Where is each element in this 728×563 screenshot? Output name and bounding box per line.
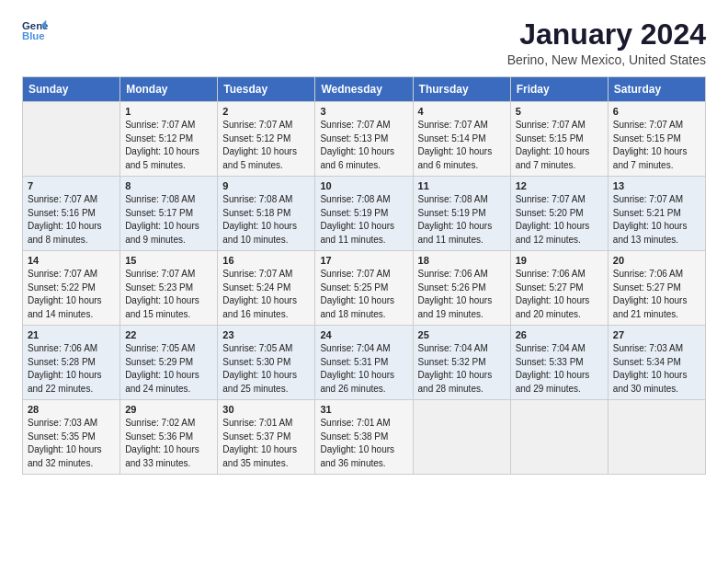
- day-info: Sunrise: 7:07 AMSunset: 5:25 PMDaylight:…: [320, 268, 407, 321]
- calendar-cell: 1Sunrise: 7:07 AMSunset: 5:12 PMDaylight…: [120, 102, 218, 177]
- calendar-cell: 5Sunrise: 7:07 AMSunset: 5:15 PMDaylight…: [510, 102, 608, 177]
- day-info: Sunrise: 7:05 AMSunset: 5:30 PMDaylight:…: [222, 342, 310, 396]
- calendar-week-row: 7Sunrise: 7:07 AMSunset: 5:16 PMDaylight…: [23, 177, 706, 251]
- calendar-table: SundayMondayTuesdayWednesdayThursdayFrid…: [22, 76, 706, 475]
- calendar-cell: 30Sunrise: 7:01 AMSunset: 5:37 PMDayligh…: [218, 400, 315, 475]
- day-info: Sunrise: 7:07 AMSunset: 5:13 PMDaylight:…: [320, 119, 407, 172]
- day-number: 4: [418, 106, 506, 117]
- day-number: 28: [28, 404, 115, 415]
- calendar-cell: 29Sunrise: 7:02 AMSunset: 5:36 PMDayligh…: [120, 400, 218, 475]
- calendar-cell: [510, 400, 608, 475]
- day-number: 12: [516, 180, 603, 191]
- day-number: 8: [125, 180, 212, 191]
- calendar-cell: 25Sunrise: 7:04 AMSunset: 5:32 PMDayligh…: [413, 326, 510, 400]
- day-number: 13: [613, 180, 700, 191]
- calendar-cell: 11Sunrise: 7:08 AMSunset: 5:19 PMDayligh…: [413, 177, 510, 251]
- day-number: 14: [28, 255, 115, 266]
- day-number: 20: [613, 255, 700, 266]
- day-number: 24: [320, 329, 407, 340]
- day-number: 21: [28, 329, 115, 340]
- day-info: Sunrise: 7:07 AMSunset: 5:14 PMDaylight:…: [418, 119, 506, 172]
- day-number: 17: [320, 255, 407, 266]
- day-number: 1: [125, 106, 212, 117]
- day-number: 2: [222, 106, 310, 117]
- calendar-header-cell: Monday: [120, 77, 218, 102]
- calendar-cell: 9Sunrise: 7:08 AMSunset: 5:18 PMDaylight…: [218, 177, 315, 251]
- calendar-cell: 23Sunrise: 7:05 AMSunset: 5:30 PMDayligh…: [218, 326, 315, 400]
- calendar-cell: [413, 400, 510, 475]
- day-number: 3: [320, 106, 407, 117]
- day-info: Sunrise: 7:07 AMSunset: 5:16 PMDaylight:…: [28, 193, 115, 247]
- day-info: Sunrise: 7:08 AMSunset: 5:19 PMDaylight:…: [320, 193, 407, 247]
- calendar-week-row: 14Sunrise: 7:07 AMSunset: 5:22 PMDayligh…: [23, 251, 706, 326]
- day-number: 30: [222, 404, 310, 415]
- calendar-cell: 16Sunrise: 7:07 AMSunset: 5:24 PMDayligh…: [218, 251, 315, 326]
- day-number: 25: [418, 329, 506, 340]
- subtitle: Berino, New Mexico, United States: [507, 52, 706, 67]
- calendar-cell: 3Sunrise: 7:07 AMSunset: 5:13 PMDaylight…: [315, 102, 413, 177]
- calendar-cell: 31Sunrise: 7:01 AMSunset: 5:38 PMDayligh…: [315, 400, 413, 475]
- day-number: 23: [222, 329, 310, 340]
- calendar-header-cell: Thursday: [413, 77, 510, 102]
- day-info: Sunrise: 7:07 AMSunset: 5:15 PMDaylight:…: [613, 119, 700, 172]
- day-number: 7: [28, 180, 115, 191]
- logo: General Blue: [22, 18, 48, 44]
- calendar-cell: 14Sunrise: 7:07 AMSunset: 5:22 PMDayligh…: [23, 251, 120, 326]
- calendar-cell: 13Sunrise: 7:07 AMSunset: 5:21 PMDayligh…: [608, 177, 705, 251]
- calendar-cell: [23, 102, 120, 177]
- calendar-cell: 18Sunrise: 7:06 AMSunset: 5:26 PMDayligh…: [413, 251, 510, 326]
- calendar-cell: 17Sunrise: 7:07 AMSunset: 5:25 PMDayligh…: [315, 251, 413, 326]
- calendar-body: 1Sunrise: 7:07 AMSunset: 5:12 PMDaylight…: [23, 102, 706, 475]
- day-info: Sunrise: 7:07 AMSunset: 5:15 PMDaylight:…: [516, 119, 603, 172]
- calendar-cell: 24Sunrise: 7:04 AMSunset: 5:31 PMDayligh…: [315, 326, 413, 400]
- calendar-cell: 8Sunrise: 7:08 AMSunset: 5:17 PMDaylight…: [120, 177, 218, 251]
- day-number: 29: [125, 404, 212, 415]
- day-number: 5: [516, 106, 603, 117]
- day-info: Sunrise: 7:01 AMSunset: 5:38 PMDaylight:…: [320, 417, 407, 470]
- day-number: 26: [516, 329, 603, 340]
- calendar-cell: 28Sunrise: 7:03 AMSunset: 5:35 PMDayligh…: [23, 400, 120, 475]
- calendar-week-row: 28Sunrise: 7:03 AMSunset: 5:35 PMDayligh…: [23, 400, 706, 475]
- day-info: Sunrise: 7:07 AMSunset: 5:21 PMDaylight:…: [613, 193, 700, 247]
- calendar-header-cell: Wednesday: [315, 77, 413, 102]
- calendar-cell: 4Sunrise: 7:07 AMSunset: 5:14 PMDaylight…: [413, 102, 510, 177]
- day-number: 9: [222, 180, 310, 191]
- title-area: January 2024 Berino, New Mexico, United …: [507, 18, 706, 67]
- day-info: Sunrise: 7:01 AMSunset: 5:37 PMDaylight:…: [222, 417, 310, 470]
- day-info: Sunrise: 7:03 AMSunset: 5:34 PMDaylight:…: [613, 342, 700, 396]
- day-info: Sunrise: 7:04 AMSunset: 5:33 PMDaylight:…: [516, 342, 603, 396]
- calendar-header-cell: Tuesday: [218, 77, 315, 102]
- day-info: Sunrise: 7:06 AMSunset: 5:26 PMDaylight:…: [418, 268, 506, 321]
- calendar-cell: 7Sunrise: 7:07 AMSunset: 5:16 PMDaylight…: [23, 177, 120, 251]
- day-info: Sunrise: 7:03 AMSunset: 5:35 PMDaylight:…: [28, 417, 115, 470]
- svg-text:Blue: Blue: [22, 30, 45, 41]
- day-info: Sunrise: 7:07 AMSunset: 5:12 PMDaylight:…: [222, 119, 310, 172]
- day-info: Sunrise: 7:07 AMSunset: 5:24 PMDaylight:…: [222, 268, 310, 321]
- day-number: 15: [125, 255, 212, 266]
- day-number: 18: [418, 255, 506, 266]
- header: General Blue January 2024 Berino, New Me…: [22, 18, 706, 67]
- calendar-cell: 21Sunrise: 7:06 AMSunset: 5:28 PMDayligh…: [23, 326, 120, 400]
- calendar-header-cell: Sunday: [23, 77, 120, 102]
- day-info: Sunrise: 7:08 AMSunset: 5:19 PMDaylight:…: [418, 193, 506, 247]
- day-info: Sunrise: 7:06 AMSunset: 5:27 PMDaylight:…: [516, 268, 603, 321]
- calendar-cell: 15Sunrise: 7:07 AMSunset: 5:23 PMDayligh…: [120, 251, 218, 326]
- calendar-cell: 6Sunrise: 7:07 AMSunset: 5:15 PMDaylight…: [608, 102, 705, 177]
- day-info: Sunrise: 7:08 AMSunset: 5:18 PMDaylight:…: [222, 193, 310, 247]
- calendar-cell: [608, 400, 705, 475]
- day-info: Sunrise: 7:06 AMSunset: 5:27 PMDaylight:…: [613, 268, 700, 321]
- day-info: Sunrise: 7:06 AMSunset: 5:28 PMDaylight:…: [28, 342, 115, 396]
- calendar-cell: 10Sunrise: 7:08 AMSunset: 5:19 PMDayligh…: [315, 177, 413, 251]
- day-number: 16: [222, 255, 310, 266]
- day-number: 11: [418, 180, 506, 191]
- day-info: Sunrise: 7:04 AMSunset: 5:31 PMDaylight:…: [320, 342, 407, 396]
- month-title: January 2024: [507, 18, 706, 51]
- day-number: 27: [613, 329, 700, 340]
- day-info: Sunrise: 7:07 AMSunset: 5:12 PMDaylight:…: [125, 119, 212, 172]
- calendar-cell: 20Sunrise: 7:06 AMSunset: 5:27 PMDayligh…: [608, 251, 705, 326]
- calendar-cell: 19Sunrise: 7:06 AMSunset: 5:27 PMDayligh…: [510, 251, 608, 326]
- day-info: Sunrise: 7:08 AMSunset: 5:17 PMDaylight:…: [125, 193, 212, 247]
- day-number: 6: [613, 106, 700, 117]
- day-info: Sunrise: 7:04 AMSunset: 5:32 PMDaylight:…: [418, 342, 506, 396]
- day-number: 10: [320, 180, 407, 191]
